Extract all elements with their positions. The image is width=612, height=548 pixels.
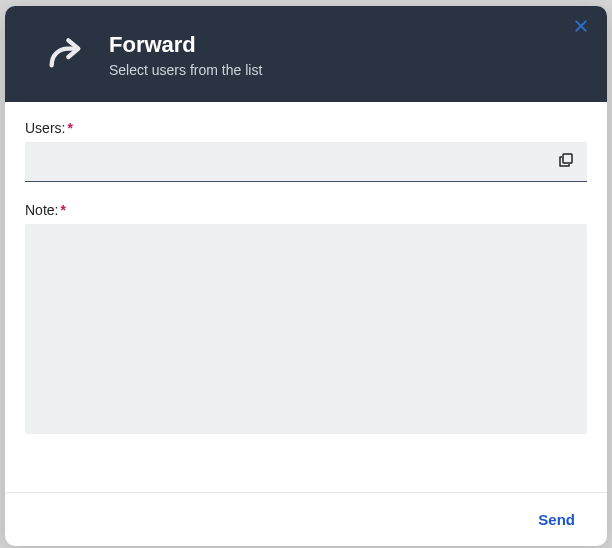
send-button[interactable]: Send	[530, 507, 583, 532]
forward-dialog: Forward Select users from the list Users…	[5, 6, 607, 546]
close-button[interactable]	[569, 16, 593, 40]
users-field-group: Users:*	[25, 120, 587, 182]
svg-rect-2	[563, 154, 572, 163]
dialog-subtitle: Select users from the list	[109, 62, 262, 78]
dialog-body: Users:* Note:*	[5, 102, 607, 492]
forward-icon	[41, 28, 89, 76]
note-label: Note:*	[25, 202, 587, 218]
users-label: Users:*	[25, 120, 587, 136]
open-user-picker-button[interactable]	[553, 149, 579, 175]
dialog-header: Forward Select users from the list	[5, 6, 607, 102]
dialog-title: Forward	[109, 32, 262, 58]
dialog-footer: Send	[5, 492, 607, 546]
note-textarea[interactable]	[25, 224, 587, 434]
close-icon	[573, 18, 589, 39]
users-input[interactable]	[25, 142, 587, 181]
header-text-block: Forward Select users from the list	[109, 26, 262, 78]
required-indicator: *	[60, 202, 65, 218]
note-field-group: Note:*	[25, 202, 587, 438]
popup-icon	[557, 151, 575, 172]
required-indicator: *	[67, 120, 72, 136]
users-input-container	[25, 142, 587, 182]
